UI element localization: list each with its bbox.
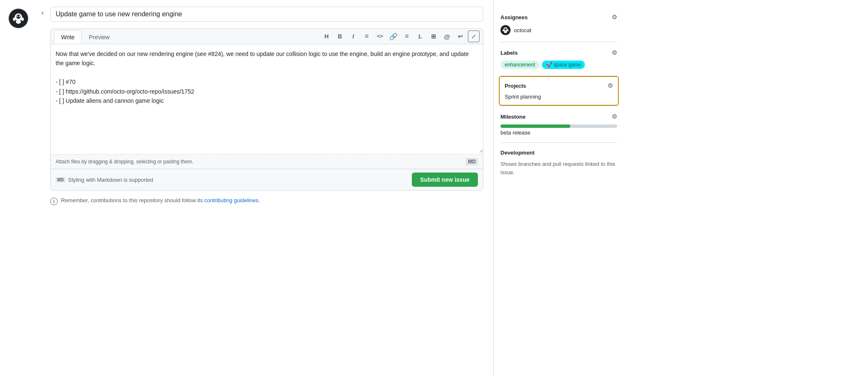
label-enhancement[interactable]: enhancement [500, 61, 539, 69]
link-icon[interactable]: 🔗 [388, 30, 399, 42]
info-icon: i [50, 198, 58, 205]
assignee-row: octocat [500, 25, 617, 35]
svg-point-15 [506, 29, 507, 30]
development-header: Development [500, 150, 617, 156]
projects-section: Projects ⚙ Sprint planning [500, 76, 617, 106]
contributing-note: i Remember, contributions to this reposi… [50, 197, 483, 205]
attach-text: Attach files by dragging & dropping, sel… [56, 159, 194, 165]
svg-point-13 [504, 31, 507, 33]
editor-tabs-toolbar: Write Preview H B I ≡ <> 🔗 ≡ 1. ⊞ @ [51, 29, 483, 44]
svg-point-5 [16, 20, 21, 24]
editor-footer: MD Styling with Markdown is supported Su… [51, 169, 483, 190]
markdown-badge: MD [466, 158, 478, 165]
code-icon[interactable]: <> [374, 30, 386, 42]
md-badge-footer: MD [56, 177, 66, 183]
svg-point-14 [505, 29, 505, 30]
assignees-title: Assignees [500, 14, 528, 20]
tab-preview[interactable]: Preview [82, 30, 117, 44]
attach-area: Attach files by dragging & dropping, sel… [51, 154, 483, 169]
svg-point-10 [504, 28, 507, 30]
bold-icon[interactable]: B [334, 30, 346, 42]
issue-title-input[interactable] [50, 7, 483, 22]
milestone-title: Milestone [500, 114, 526, 120]
assignees-gear-icon[interactable]: ⚙ [612, 13, 617, 21]
fullscreen-icon[interactable]: ⤢ [468, 30, 480, 42]
markdown-note-text: Styling with Markdown is supported [68, 177, 153, 183]
svg-point-4 [21, 18, 24, 21]
milestone-header: Milestone ⚙ [500, 113, 617, 120]
assignee-name: octocat [514, 27, 531, 33]
italic-icon[interactable]: I [347, 30, 359, 42]
svg-point-6 [17, 16, 18, 17]
left-sidebar [0, 0, 33, 376]
assignees-section: Assignees ⚙ octocat [500, 7, 617, 42]
labels-gear-icon[interactable]: ⚙ [612, 49, 617, 56]
development-title: Development [500, 150, 535, 156]
projects-title: Projects [505, 83, 526, 89]
contrib-period: . [258, 197, 260, 203]
crossref-icon[interactable]: ↩ [454, 30, 466, 42]
toolbar-icons: H B I ≡ <> 🔗 ≡ 1. ⊞ @ ↩ ⤢ [321, 29, 480, 44]
right-sidebar: Assignees ⚙ octocat Labels [493, 0, 627, 376]
quote-icon[interactable]: ≡ [361, 30, 373, 42]
contrib-prefix: Remember, contributions to this reposito… [61, 197, 203, 203]
labels-title: Labels [500, 50, 518, 56]
heading-icon[interactable]: H [321, 30, 332, 42]
contrib-link[interactable]: contributing guidelines [204, 197, 258, 203]
assignees-header: Assignees ⚙ [500, 13, 617, 21]
collapse-button[interactable]: ‹ [37, 7, 49, 18]
milestone-name: beta release [500, 130, 617, 136]
projects-highlight-box: Projects ⚙ Sprint planning [499, 76, 619, 106]
labels-container: enhancement 🚀 space game [500, 61, 617, 69]
milestone-bar-fill [500, 124, 570, 128]
issue-body-textarea[interactable]: Now that we've decided on our new render… [51, 44, 483, 153]
svg-point-12 [507, 30, 508, 31]
editor-container: Write Preview H B I ≡ <> 🔗 ≡ 1. ⊞ @ [50, 28, 483, 191]
development-text: Shows branches and pull requests linked … [500, 160, 617, 176]
markdown-note: MD Styling with Markdown is supported [56, 177, 153, 183]
tasklist-icon[interactable]: ⊞ [428, 30, 439, 42]
ordered-list-icon[interactable]: 1. [414, 30, 426, 42]
project-name: Sprint planning [505, 94, 613, 100]
assignee-avatar [500, 25, 511, 35]
user-avatar[interactable] [8, 8, 28, 28]
submit-issue-button[interactable]: Submit new issue [412, 173, 478, 187]
labels-section: Labels ⚙ enhancement 🚀 space game [500, 42, 617, 76]
main-editor-area: ‹ Write Preview H B I ≡ <> 🔗 [33, 0, 493, 376]
unordered-list-icon[interactable]: ≡ [401, 30, 413, 42]
label-space-game[interactable]: 🚀 space game [542, 61, 585, 69]
svg-point-11 [503, 30, 504, 31]
contrib-text: Remember, contributions to this reposito… [61, 197, 260, 203]
milestone-bar-container [500, 124, 617, 128]
labels-header: Labels ⚙ [500, 49, 617, 56]
mention-icon[interactable]: @ [441, 30, 453, 42]
development-section: Development Shows branches and pull requ… [500, 143, 617, 183]
md-icon: MD [468, 159, 476, 165]
milestone-section: Milestone ⚙ beta release [500, 106, 617, 143]
projects-header: Projects ⚙ [505, 82, 613, 89]
tab-write[interactable]: Write [54, 30, 82, 44]
projects-gear-icon[interactable]: ⚙ [608, 82, 613, 89]
milestone-bar-bg [500, 124, 617, 128]
svg-point-7 [19, 16, 20, 17]
svg-point-3 [13, 18, 15, 21]
editor-body: Now that we've decided on our new render… [51, 44, 483, 154]
milestone-gear-icon[interactable]: ⚙ [612, 113, 617, 120]
